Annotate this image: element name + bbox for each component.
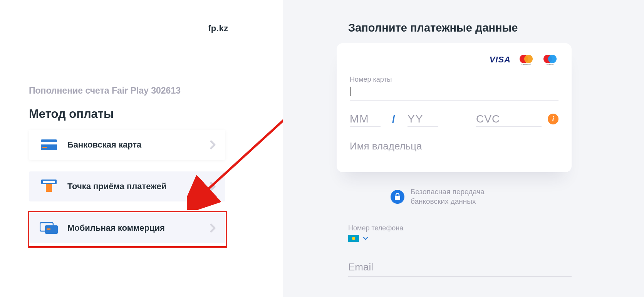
svg-rect-17	[395, 196, 400, 200]
text-caret	[350, 87, 351, 96]
svg-rect-4	[43, 181, 55, 183]
svg-point-15	[548, 55, 557, 63]
svg-rect-1	[41, 142, 57, 144]
secure-text-line1: Безопасная передача	[411, 187, 485, 197]
mastercard-logo: mastercard	[518, 54, 535, 65]
method-mobile-commerce[interactable]: Мобильная коммерция	[29, 213, 225, 243]
svg-text:maestro: maestro	[547, 63, 553, 65]
card-number-input[interactable]	[350, 84, 558, 101]
atm-icon	[40, 179, 58, 194]
expiry-slash: /	[392, 111, 396, 127]
maestro-logo: maestro	[542, 54, 558, 65]
card-details-panel: VISA mastercard maestro Номер	[337, 43, 572, 172]
lock-icon	[391, 190, 404, 204]
method-bank-card[interactable]: Банковская карта	[29, 130, 225, 160]
payment-method-title: Метод оплаты	[29, 107, 114, 121]
card-number-label: Номер карты	[350, 76, 558, 84]
topup-description: Пополнение счета Fair Play 302613	[29, 86, 181, 96]
secure-transfer-notice: Безопасная передача банковских данных	[391, 187, 485, 206]
expiry-month-input[interactable]: MM	[350, 111, 381, 127]
method-mobile-commerce-label: Мобильная коммерция	[67, 223, 165, 233]
cvc-info-icon[interactable]: i	[548, 114, 558, 124]
method-payment-point-label: Точка приёма платежей	[67, 181, 166, 191]
email-input[interactable]: Email	[348, 258, 572, 277]
chevron-down-icon	[363, 237, 368, 240]
chevron-right-icon	[210, 140, 216, 149]
left-pane: fp.kz Пополнение счета Fair Play 302613 …	[0, 0, 283, 297]
site-domain: fp.kz	[208, 23, 228, 34]
svg-rect-2	[42, 147, 47, 148]
chevron-right-icon	[210, 223, 216, 233]
visa-logo: VISA	[490, 55, 511, 65]
cvc-input[interactable]: CVC	[476, 111, 542, 127]
card-brand-row: VISA mastercard maestro	[350, 54, 558, 65]
svg-text:mastercard: mastercard	[521, 63, 531, 65]
chevron-right-icon	[210, 182, 216, 191]
svg-rect-0	[41, 139, 57, 150]
phone-label: Номер телефона	[348, 224, 403, 232]
right-pane: Заполните платежные данные VISA masterca…	[283, 0, 644, 297]
payment-method-list: Банковская карта Точка приёма платежей	[29, 130, 225, 255]
cardholder-name-input[interactable]: Имя владельца	[350, 138, 558, 155]
svg-rect-8	[47, 228, 50, 230]
secure-text-line2: банковских данных	[411, 197, 485, 206]
svg-point-12	[524, 55, 533, 63]
phone-country-selector[interactable]	[348, 235, 368, 242]
payment-page: fp.kz Пополнение счета Fair Play 302613 …	[0, 0, 644, 297]
expiry-year-input[interactable]: YY	[408, 111, 438, 127]
flag-kz-icon	[348, 235, 359, 242]
svg-rect-5	[46, 184, 52, 192]
method-bank-card-label: Банковская карта	[67, 140, 141, 150]
mobile-commerce-icon	[40, 220, 58, 236]
bank-card-icon	[40, 137, 58, 153]
payment-form-title: Заполните платежные данные	[348, 22, 518, 34]
method-payment-point[interactable]: Точка приёма платежей	[29, 171, 225, 201]
